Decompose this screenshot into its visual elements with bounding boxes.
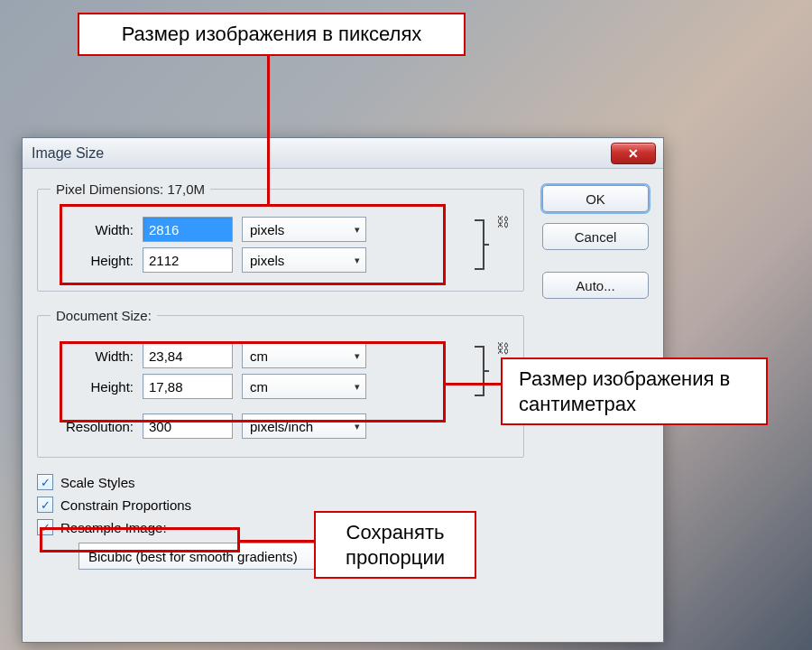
dropdown-value: pixels/inch <box>250 419 313 434</box>
px-height-input[interactable] <box>143 247 233 273</box>
dropdown-value: Bicubic (best for smooth gradients) <box>88 549 298 564</box>
dropdown-value: pixels <box>250 222 284 237</box>
doc-height-unit-dropdown[interactable]: cm ▾ <box>242 374 366 399</box>
dropdown-value: pixels <box>250 253 284 268</box>
px-width-label: Width: <box>51 222 134 237</box>
annotation-text: Сохранять пропорции <box>346 521 445 569</box>
checkmark-icon: ✓ <box>41 476 51 489</box>
scale-styles-label: Scale Styles <box>60 475 135 490</box>
chevron-down-icon: ▾ <box>355 224 360 236</box>
close-button[interactable]: ✕ <box>611 143 656 164</box>
annotation-constrain: Сохранять пропорции <box>314 511 476 579</box>
scale-styles-checkbox[interactable]: ✓ <box>37 474 53 490</box>
dropdown-value: cm <box>250 348 268 364</box>
checkmark-icon: ✓ <box>41 521 51 534</box>
px-width-unit-dropdown[interactable]: pixels ▾ <box>242 217 366 242</box>
chevron-down-icon: ▾ <box>355 381 360 393</box>
chain-link-icon[interactable]: ⛓ <box>494 211 511 231</box>
doc-width-label: Width: <box>51 348 134 364</box>
annotation-doc-size: Размер изображения в сантиметрах <box>501 358 768 425</box>
resolution-input[interactable] <box>143 413 233 439</box>
ok-button[interactable]: OK <box>542 185 649 212</box>
annotation-text: Размер изображения в сантиметрах <box>519 367 730 415</box>
doc-height-label: Height: <box>51 379 134 395</box>
chevron-down-icon: ▾ <box>355 255 360 266</box>
resolution-label: Resolution: <box>51 419 134 434</box>
annotation-pixel-size: Размер изображения в пикселях <box>78 13 466 56</box>
chevron-down-icon: ▾ <box>355 350 360 362</box>
titlebar: Image Size ✕ <box>23 138 663 169</box>
dialog-title: Image Size <box>32 145 611 162</box>
close-icon: ✕ <box>628 146 639 161</box>
cancel-button[interactable]: Cancel <box>542 223 649 250</box>
link-bracket-icon <box>469 338 494 404</box>
dropdown-value: cm <box>250 379 268 395</box>
annotation-text: Размер изображения в пикселях <box>122 23 422 45</box>
chain-link-icon[interactable]: ⛓ <box>494 338 511 358</box>
checkmark-icon: ✓ <box>41 498 51 512</box>
document-size-legend: Document Size: <box>51 308 157 323</box>
px-height-label: Height: <box>51 253 134 268</box>
px-height-unit-dropdown[interactable]: pixels ▾ <box>242 247 366 273</box>
resolution-unit-dropdown[interactable]: pixels/inch ▾ <box>242 413 366 439</box>
doc-height-input[interactable] <box>143 374 233 399</box>
resample-image-label: Resample Image: <box>60 520 167 535</box>
doc-width-input[interactable] <box>143 343 233 368</box>
pixel-dimensions-group: Pixel Dimensions: 17,0M Width: pixels ▾ <box>37 181 524 292</box>
pixel-dimensions-legend: Pixel Dimensions: 17,0M <box>51 181 210 197</box>
constrain-proportions-label: Constrain Proportions <box>60 497 191 513</box>
doc-width-unit-dropdown[interactable]: cm ▾ <box>242 343 366 368</box>
link-bracket-icon <box>469 211 494 278</box>
chevron-down-icon: ▾ <box>355 421 360 432</box>
constrain-proportions-checkbox[interactable]: ✓ <box>37 497 53 513</box>
resample-image-checkbox[interactable]: ✓ <box>37 519 53 535</box>
auto-button[interactable]: Auto... <box>542 272 649 299</box>
px-width-input[interactable] <box>143 217 233 242</box>
